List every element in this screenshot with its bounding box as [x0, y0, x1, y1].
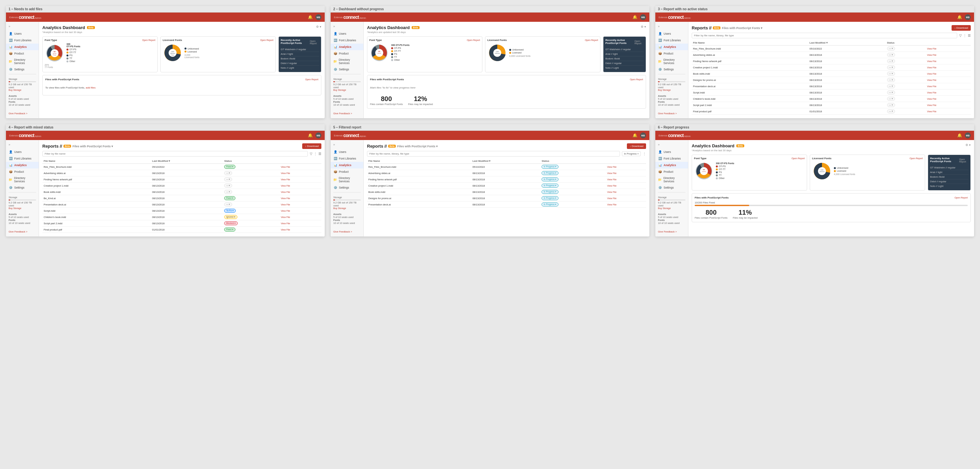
sidebar-item-users-2[interactable]: 👤Users — [331, 30, 363, 37]
buy-storage-5[interactable]: Buy Storage — [333, 207, 361, 209]
sidebar-item-settings-5[interactable]: ⚙️Settings — [331, 184, 363, 191]
bell-icon-2[interactable]: 🔔 — [633, 15, 638, 19]
sidebar-toggle-6[interactable]: » — [655, 142, 688, 147]
sidebar-item-users-1[interactable]: 👤 Users — [6, 30, 39, 37]
avatar-6[interactable]: MB — [965, 132, 971, 138]
licensed-open-6[interactable]: Open Report — [910, 157, 923, 160]
sidebar-item-font-libraries-1[interactable]: 🔤 Font Libraries — [6, 37, 39, 44]
add-files-link-1[interactable]: add files — [86, 86, 95, 89]
feedback-link-1[interactable]: Give Feedback > — [6, 111, 39, 116]
bell-icon-4[interactable]: 🔔 — [308, 133, 313, 138]
sidebar-item-product-4[interactable]: 📦Product — [6, 168, 39, 175]
font-type-open-6[interactable]: Open Report — [792, 157, 805, 160]
licensed-open-2[interactable]: Open Report — [585, 39, 598, 41]
feedback-link-5[interactable]: Give Feedback > — [331, 229, 363, 234]
dashboard-settings-6[interactable]: ⚙ ▾ — [966, 143, 971, 147]
sidebar-item-product-3[interactable]: 📦Product — [655, 50, 688, 57]
postscript-open-6[interactable]: Open Report — [955, 196, 968, 199]
view-icon-3[interactable]: ☰ — [968, 34, 971, 37]
feedback-link-2[interactable]: Give Feedback > — [331, 111, 363, 116]
sidebar-item-users-6[interactable]: 👤Users — [655, 149, 688, 155]
sidebar-item-users-3[interactable]: 👤Users — [655, 30, 688, 37]
status-badge-fixed[interactable]: Fixed ▾ — [224, 165, 235, 169]
sidebar-toggle-1[interactable]: » — [6, 24, 39, 29]
sidebar-item-font-lib-3[interactable]: 🔤Font Libraries — [655, 37, 688, 44]
bell-icon-5[interactable]: 🔔 — [633, 133, 638, 138]
view-file-link[interactable]: View File — [927, 48, 936, 50]
col-filename-5[interactable]: File Name — [367, 158, 471, 164]
feedback-link-4[interactable]: Give Feedback > — [6, 229, 39, 234]
sidebar-item-product-5[interactable]: 📦Product — [331, 168, 363, 175]
sidebar-item-directory-4[interactable]: 📁Directory Services — [6, 175, 39, 184]
search-input-3[interactable] — [692, 33, 957, 38]
filter-dropdown-5[interactable]: In Progress × — [622, 151, 641, 156]
download-btn-3[interactable]: ↓ Download — [951, 25, 971, 31]
status-toggle[interactable]: — ▾ — [887, 47, 895, 51]
col-filename-4[interactable]: File Name — [42, 158, 151, 164]
sidebar-item-analytics-6[interactable]: 📊Analytics — [655, 162, 688, 168]
sidebar-item-product-2[interactable]: 📦Product — [331, 50, 363, 57]
sidebar-item-directory-5[interactable]: 📁Directory Services — [331, 175, 363, 184]
bell-icon-3[interactable]: 🔔 — [957, 15, 962, 19]
filter-icon-3[interactable]: ▽ — [959, 34, 962, 37]
sidebar-item-analytics-1[interactable]: 📊 Analytics — [6, 44, 39, 50]
bell-icon-1[interactable]: 🔔 — [308, 15, 313, 19]
sidebar-item-directory-6[interactable]: 📁Directory Services — [655, 175, 688, 184]
sidebar-item-analytics-3[interactable]: 📊Analytics — [655, 44, 688, 50]
sidebar-item-font-lib-4[interactable]: 🔤Font Libraries — [6, 155, 39, 162]
font-type-open-2[interactable]: Open Report — [467, 39, 480, 41]
buy-storage-6[interactable]: Buy Storage — [658, 207, 686, 209]
sidebar-item-users-5[interactable]: 👤Users — [331, 149, 363, 155]
columns-icon-3[interactable]: ⋮ — [963, 34, 966, 37]
feedback-link-6[interactable]: Give Feedback > — [655, 229, 688, 234]
sidebar-item-font-lib-5[interactable]: 🔤Font Libraries — [331, 155, 363, 162]
avatar-2[interactable]: MB — [640, 14, 646, 20]
sidebar-toggle-4[interactable]: » — [6, 142, 39, 147]
postscript-open-report-1[interactable]: Open Report — [305, 78, 318, 81]
filter-icon-4[interactable]: ▽ — [310, 152, 312, 155]
sidebar-toggle-3[interactable]: » — [655, 24, 688, 29]
recently-active-open-6[interactable]: Open Report — [959, 158, 969, 163]
sidebar-item-users-4[interactable]: 👤Users — [6, 149, 39, 155]
sidebar-item-settings-1[interactable]: ⚙️ Settings — [6, 66, 39, 73]
columns-icon-4[interactable]: ⋮ — [314, 152, 317, 155]
sidebar-toggle-5[interactable]: » — [331, 142, 363, 147]
buy-storage-3[interactable]: Buy Storage — [658, 89, 686, 91]
download-btn-5[interactable]: ↓ Download — [627, 143, 646, 149]
buy-storage-link-1[interactable]: Buy Storage — [9, 89, 36, 91]
sidebar-item-product-1[interactable]: 📦 Product — [6, 50, 39, 57]
buy-storage-4[interactable]: Buy Storage — [9, 207, 36, 209]
buy-storage-link-2[interactable]: Buy Storage — [333, 89, 361, 91]
dashboard-settings-icon-2[interactable]: ⚙ ▾ — [641, 25, 646, 29]
col-modified-5[interactable]: Last Modified ▾ — [471, 158, 540, 164]
sidebar-item-font-lib-2[interactable]: 🔤Font Libraries — [331, 37, 363, 44]
avatar-1[interactable]: MB — [315, 14, 321, 20]
view-icon-4[interactable]: ☰ — [318, 152, 321, 155]
col-modified-3[interactable]: Last Modified ▾ — [808, 40, 885, 46]
sidebar-item-analytics-2[interactable]: 📊Analytics — [331, 44, 363, 50]
search-input-5[interactable] — [367, 151, 620, 157]
licensed-fonts-open-report-1[interactable]: Open Report — [260, 39, 274, 41]
avatar-5[interactable]: MB — [640, 132, 646, 138]
font-type-open-report-1[interactable]: Open Report — [142, 39, 155, 41]
sidebar-item-analytics-4[interactable]: 📊Analytics — [6, 162, 39, 168]
sidebar-item-settings-4[interactable]: ⚙️Settings — [6, 184, 39, 191]
recently-active-open-report-1[interactable]: Open Report — [310, 40, 319, 44]
col-modified-4[interactable]: Last Modified ▾ — [151, 158, 223, 164]
sidebar-item-directory-1[interactable]: 📁 Directory Services — [6, 57, 39, 66]
sidebar-item-product-6[interactable]: 📦Product — [655, 168, 688, 175]
sidebar-item-settings-3[interactable]: ⚙️Settings — [655, 66, 688, 73]
dashboard-settings-icon-1[interactable]: ⚙ ▾ — [316, 25, 321, 29]
sidebar-item-analytics-5[interactable]: 📊Analytics — [331, 162, 363, 168]
sidebar-item-font-lib-6[interactable]: 🔤Font Libraries — [655, 155, 688, 162]
recently-active-open-2[interactable]: Open Report — [635, 40, 644, 44]
sidebar-toggle-2[interactable]: » — [331, 24, 363, 29]
feedback-link-3[interactable]: Give Feedback > — [655, 111, 688, 116]
columns-icon-5[interactable]: ⋮ — [643, 152, 646, 155]
download-btn-4[interactable]: ↓ Download — [302, 143, 321, 149]
sidebar-item-settings-6[interactable]: ⚙️Settings — [655, 184, 688, 191]
postscript-open-2[interactable]: Open Report — [630, 78, 643, 81]
sidebar-item-directory-3[interactable]: 📁Directory Services — [655, 57, 688, 66]
col-filename-3[interactable]: File Name — [692, 40, 808, 46]
sidebar-item-directory-2[interactable]: 📁Directory Services — [331, 57, 363, 66]
